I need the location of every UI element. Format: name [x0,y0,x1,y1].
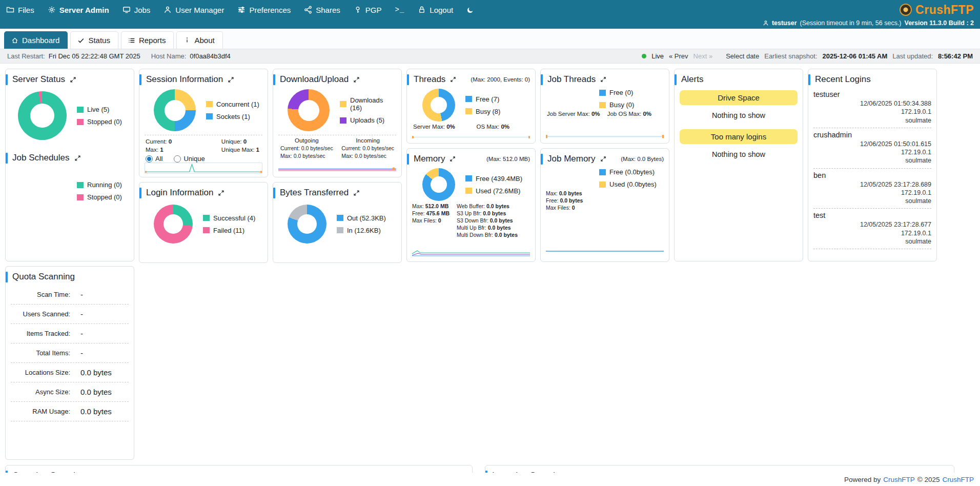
download-upload-card: Download/Upload Downloads (16) Uploads (… [273,69,402,177]
accent-bar [273,74,275,85]
legend-swatch [340,101,346,107]
legend-swatch [337,227,343,233]
brand-name: CrushFTP [915,3,974,17]
legend-item[interactable]: Failed (11) [203,227,255,234]
tab-dashboard[interactable]: Dashboard [4,31,68,49]
live-indicator-dot [642,54,646,58]
session-filter-all-radio[interactable] [146,155,153,163]
legend-item[interactable]: Concurrent (1) [206,100,259,108]
legend-item[interactable]: Free (439.4MB) [465,175,522,183]
tab-reports[interactable]: Reports [121,31,174,49]
expand-icon[interactable] [450,76,456,83]
legend-item[interactable]: In (12.6KB) [337,227,386,234]
job-schedules-header: Job Schedules [11,152,129,164]
legend-item[interactable]: Out (52.3KB) [337,214,386,222]
alerts-card: Alerts Drive Space Nothing to show Too m… [674,69,803,261]
quota-row: Async Size:0.0 bytes [11,382,129,402]
powered-by-text: Powered by [844,476,881,483]
too-many-logins-alert-button[interactable]: Too many logins [680,129,798,144]
session-filter-unique[interactable]: Unique [174,155,205,163]
nav-logout-label: Logout [430,6,453,14]
person-icon [164,6,172,14]
crushftp-link[interactable]: CrushFTP [942,476,974,483]
drive-space-alert-button[interactable]: Drive Space [680,90,798,105]
accent-bar [139,74,141,85]
nav-pgp[interactable]: PGP [354,6,382,14]
legend-item[interactable]: Running (0) [77,181,122,189]
sliders-icon [237,6,246,14]
legend-item[interactable]: Free (0) [599,89,634,96]
expand-icon[interactable] [353,190,360,196]
login-entry: testuser 12/06/2025 01:50:34.388 172.19.… [813,88,931,128]
nav-pgp-label: PGP [365,6,382,14]
dark-mode-toggle[interactable] [466,6,474,14]
legend-item[interactable]: Downloads (16) [340,96,396,112]
nav-preferences[interactable]: Preferences [237,6,291,14]
legend-item[interactable]: Live (5) [77,106,122,113]
accent-bar [407,154,409,165]
login-donut [154,205,193,244]
live-label: Live [651,52,664,60]
lock-icon [418,6,426,14]
accent-bar [541,154,543,165]
version-text: Version 11.3.0 Build : 2 [905,19,974,27]
crushftp-logo: CrushFTP [900,3,974,17]
threads-card: Threads (Max: 2000, Events: 0) Free (7) … [406,69,536,144]
expand-icon[interactable] [218,190,224,196]
nav-server-admin[interactable]: Server Admin [48,6,109,14]
memory-left-stats: Max: 512.0 MB Free: 475.6 MB Max Files: … [412,203,450,238]
last-restart-value: Fri Dec 05 22:22:48 GMT 2025 [49,52,140,60]
nav-preferences-label: Preferences [249,6,291,14]
quota-scanning-card: Quota Scanning Scan Time:- Users Scanned… [5,266,134,460]
legend-item[interactable]: Stopped (0) [77,193,122,201]
recent-logins-list[interactable]: testuser 12/06/2025 01:50:34.388 172.19.… [813,88,931,257]
memory-sparkline [412,246,530,257]
alerts-header: Alerts [680,73,798,86]
expand-icon[interactable] [70,76,76,83]
legend-swatch [340,117,346,124]
legend-item[interactable]: Stopped (0) [77,118,122,126]
last-updated-value: 8:56:42 PM [938,52,973,60]
nav-user-manager-label: User Manager [175,6,224,14]
nav-logout[interactable]: Logout [418,6,453,14]
accent-bar [273,188,275,198]
legend-item[interactable]: Free (7) [465,95,500,103]
select-date-button[interactable]: Select date [726,52,759,60]
tab-about[interactable]: About [176,31,222,49]
alerts-empty-text: Nothing to show [680,146,798,166]
legend-item[interactable]: Used (72.6MB) [465,187,522,195]
legend-item[interactable]: Busy (8) [465,108,500,115]
expand-icon[interactable] [600,156,606,162]
nav-user-manager[interactable]: User Manager [164,6,224,14]
legend-item[interactable]: Used (0.0bytes) [599,180,657,188]
expand-icon[interactable] [228,76,234,83]
crushftp-link[interactable]: CrushFTP [883,476,915,483]
expand-icon[interactable] [450,156,456,162]
legend-item[interactable]: Sockets (1) [206,113,259,120]
session-filter-unique-radio[interactable] [174,155,181,163]
expand-icon[interactable] [600,76,606,83]
next-snapshot-button[interactable]: Next » [693,52,713,60]
tab-status[interactable]: Status [70,31,118,49]
expand-icon[interactable] [74,155,81,161]
legend-item[interactable]: Free (0.0bytes) [599,168,657,176]
session-filter-all[interactable]: All [146,155,162,163]
legend-item[interactable]: Successful (4) [203,214,255,222]
prev-snapshot-button[interactable]: « Prev [669,52,688,60]
nav-jobs[interactable]: Jobs [122,6,151,14]
nav-files-label: Files [18,6,34,14]
legend-item[interactable]: Uploads (5) [340,116,396,124]
nav-files[interactable]: Files [6,6,34,14]
legend-item[interactable]: Busy (0) [599,101,634,109]
accent-bar [6,272,8,282]
login-information-card: Login Information Successful (4) Failed … [139,182,268,263]
bytes-donut [288,205,326,244]
nav-shares[interactable]: Shares [304,6,340,14]
page-footer: Powered by CrushFTP © 2025 CrushFTP [0,473,980,486]
legend-swatch [465,175,472,181]
dashboard-icon [11,37,18,44]
nav-terminal[interactable]: >_ [395,6,404,14]
earliest-snapshot-label: Earliest snapshot: [764,52,817,60]
expand-icon[interactable] [353,76,360,83]
threads-header: Threads (Max: 2000, Events: 0) [412,73,530,86]
